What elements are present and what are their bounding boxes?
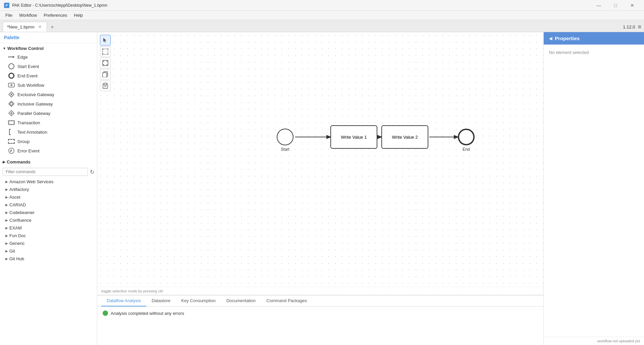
- command-group-exam[interactable]: ▶ EXAM: [0, 224, 97, 232]
- palette-item-text-annotation[interactable]: Text Annotation: [0, 127, 97, 137]
- tab-close-button[interactable]: ✕: [37, 24, 43, 29]
- svg-point-22: [103, 61, 104, 62]
- palette-item-group[interactable]: Group: [0, 137, 97, 146]
- inclusive-gateway-icon: [8, 100, 15, 107]
- maximize-button[interactable]: □: [608, 0, 623, 11]
- refresh-button[interactable]: ↻: [90, 169, 94, 175]
- canvas-toolbar: [100, 35, 111, 91]
- svg-point-9: [10, 102, 13, 105]
- command-group-fundoc[interactable]: ▶ Fun Doc: [0, 232, 97, 239]
- bottom-tab-datastore[interactable]: Datastore: [146, 295, 176, 306]
- menu-help[interactable]: Help: [71, 12, 86, 18]
- command-group-generic[interactable]: ▶ Generic: [0, 239, 97, 247]
- menu-workflow[interactable]: Workflow: [16, 12, 40, 18]
- svg-point-24: [103, 64, 104, 65]
- canvas-main[interactable]: Start Write Value 1 Write Value 2 End to…: [97, 32, 543, 295]
- bottom-tab-documentation[interactable]: Documentation: [221, 295, 261, 306]
- diagram-start-node[interactable]: [277, 129, 293, 145]
- diagram-task2[interactable]: Write Value 2: [381, 125, 428, 149]
- commands-section[interactable]: ▶ Commands: [0, 158, 97, 166]
- artifactory-chevron: ▶: [5, 188, 8, 191]
- tool-paste[interactable]: [100, 80, 111, 91]
- aws-chevron: ▶: [5, 180, 8, 184]
- properties-title: Properties: [555, 36, 580, 41]
- diagram-task1[interactable]: Write Value 1: [330, 125, 377, 149]
- app-container: *New_1.bpmn ✕ + 1.12.0 ≡ Palette ▼ Workf…: [0, 20, 644, 345]
- palette-item-label-transaction: Transaction: [17, 120, 40, 125]
- tool-pointer[interactable]: [100, 35, 111, 46]
- bottom-tab-bar: Dataflow Analysis Datastore Key Consumpt…: [97, 295, 543, 306]
- command-group-cariad[interactable]: ▶ CARIAD: [0, 201, 97, 209]
- bottom-tab-command-packages[interactable]: Command Packages: [261, 295, 312, 306]
- svg-rect-16: [103, 49, 108, 54]
- palette-header: Palette: [0, 32, 97, 43]
- error-event-icon: [8, 147, 15, 154]
- command-group-artifactory[interactable]: ▶ Artifactory: [0, 186, 97, 193]
- palette-item-transaction[interactable]: Transaction: [0, 118, 97, 127]
- svg-point-20: [107, 54, 108, 55]
- bottom-tab-dataflow[interactable]: Dataflow Analysis: [101, 295, 146, 306]
- tab-menu-button[interactable]: ≡: [638, 23, 641, 30]
- palette-item-label-start-event: Start Event: [17, 64, 39, 69]
- commands-filter-input[interactable]: [3, 168, 88, 176]
- svg-point-25: [107, 64, 108, 65]
- menu-file[interactable]: File: [3, 12, 15, 18]
- command-group-github[interactable]: ▶ Git Hub: [0, 255, 97, 263]
- workflow-control-section[interactable]: ▼ Workflow Control: [0, 45, 97, 52]
- window-controls: — □ ✕: [591, 0, 640, 11]
- diagram-end-node[interactable]: [458, 129, 475, 145]
- canvas-status-text: toggle selection mode by pressing ctrl: [101, 289, 163, 293]
- text-annotation-icon: [8, 129, 15, 135]
- menu-preferences[interactable]: Preferences: [41, 12, 70, 18]
- command-group-artifactory-label: Artifactory: [9, 187, 29, 192]
- svg-marker-8: [9, 101, 14, 107]
- exam-chevron: ▶: [5, 226, 8, 230]
- palette-item-error-event[interactable]: Error Event: [0, 146, 97, 155]
- diagram-end-label: End: [458, 147, 475, 152]
- command-group-git[interactable]: ▶ Git: [0, 247, 97, 255]
- confluence-chevron: ▶: [5, 218, 8, 222]
- exclusive-gateway-icon: [8, 91, 15, 98]
- palette-item-label-edge: Edge: [17, 55, 28, 60]
- bottom-tab-key-consumption[interactable]: Key Consumption: [176, 295, 221, 306]
- palette-item-end-event[interactable]: End Event: [0, 71, 97, 80]
- bottom-content: Analysis completed without any errors: [97, 306, 543, 320]
- palette-item-inclusive-gateway[interactable]: Inclusive Gateway: [0, 99, 97, 109]
- diagram-task1-label: Write Value 1: [341, 135, 367, 140]
- palette-item-parallel-gateway[interactable]: Parallel Gateway: [0, 109, 97, 118]
- command-group-github-label: Git Hub: [9, 256, 24, 261]
- palette-item-exclusive-gateway[interactable]: Exclusive Gateway: [0, 90, 97, 99]
- tool-copy[interactable]: [100, 69, 111, 80]
- properties-panel: ◀ Properties No element selected workflo…: [543, 32, 644, 345]
- palette-item-sub-workflow[interactable]: Sub Workflow: [0, 80, 97, 90]
- tool-zoom-area[interactable]: [100, 58, 111, 68]
- canvas-area: Start Write Value 1 Write Value 2 End to…: [97, 32, 543, 345]
- tab-new1-bpmn[interactable]: *New_1.bpmn ✕: [3, 22, 47, 32]
- commands-label: Commands: [7, 159, 31, 164]
- svg-point-23: [107, 61, 108, 62]
- tab-label: *New_1.bpmn: [7, 24, 35, 29]
- fundoc-chevron: ▶: [5, 234, 8, 237]
- minimize-button[interactable]: —: [591, 0, 606, 11]
- codebeamer-chevron: ▶: [5, 211, 8, 214]
- palette-panel: Palette ▼ Workflow Control Edge: [0, 32, 97, 345]
- palette-item-edge[interactable]: Edge: [0, 52, 97, 62]
- canvas-status-bar: toggle selection mode by pressing ctrl: [97, 287, 543, 295]
- svg-rect-29: [104, 83, 107, 85]
- command-group-cariad-label: CARIAD: [9, 202, 26, 207]
- command-group-codebeamer[interactable]: ▶ Codebeamer: [0, 209, 97, 216]
- command-group-aws[interactable]: ▶ Amazon Web Services: [0, 178, 97, 186]
- tool-select[interactable]: [100, 46, 111, 57]
- command-group-confluence[interactable]: ▶ Confluence: [0, 216, 97, 224]
- tab-add-button[interactable]: +: [48, 22, 57, 32]
- palette-item-start-event[interactable]: Start Event: [0, 62, 97, 71]
- transaction-icon: [8, 119, 15, 126]
- command-group-aws-label: Amazon Web Services: [9, 179, 53, 184]
- edge-icon: [8, 54, 15, 60]
- diagram-svg: [97, 32, 543, 295]
- command-group-ascet[interactable]: ▶ Ascet: [0, 193, 97, 201]
- tab-list: *New_1.bpmn ✕ +: [3, 22, 57, 32]
- palette-item-label-parallel-gateway: Parallel Gateway: [17, 111, 50, 116]
- close-button[interactable]: ✕: [625, 0, 640, 11]
- commands-chevron: ▶: [3, 160, 5, 164]
